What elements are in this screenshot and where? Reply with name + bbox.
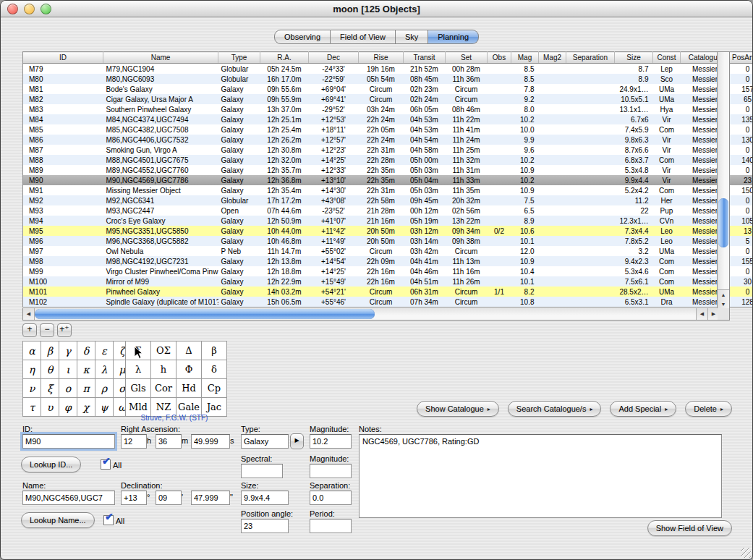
cell-size[interactable]: 12.3x1… xyxy=(615,216,653,226)
cell-name[interactable]: M90,NGC4569,UGC7786 xyxy=(103,175,218,185)
cell-mag[interactable]: 8.5 xyxy=(511,74,539,84)
cell-obs[interactable] xyxy=(488,266,511,276)
cell-separation[interactable] xyxy=(566,287,615,297)
catalog-code-cell[interactable]: δ xyxy=(202,360,227,379)
cell-size[interactable]: 28.5x2… xyxy=(615,287,653,297)
resize-grip[interactable] xyxy=(741,548,751,558)
column-header-separation[interactable]: Separation xyxy=(566,52,615,64)
cell-rise[interactable]: 05h 54m xyxy=(359,74,404,84)
cell-mag2[interactable] xyxy=(539,256,566,266)
cell-separation[interactable] xyxy=(566,124,615,135)
cell-obs[interactable] xyxy=(488,104,511,114)
cell-type[interactable]: Galaxy xyxy=(218,297,260,307)
cell-size[interactable]: 5.2x4.2 xyxy=(615,185,653,195)
cell-obs[interactable] xyxy=(488,216,511,226)
cell-type[interactable]: Galaxy xyxy=(218,94,260,104)
cell-obs[interactable]: 0/2 xyxy=(488,226,511,236)
cell-obs[interactable] xyxy=(488,114,511,124)
cell-mag2[interactable] xyxy=(539,266,566,276)
cell-id[interactable]: M90 xyxy=(23,175,103,185)
cell-ra[interactable]: 12h 35.7m xyxy=(260,165,309,175)
cell-name[interactable]: Cigar Galaxy, Ursa Major A xyxy=(103,94,218,104)
cell-rise[interactable]: 22h 35m xyxy=(359,165,404,175)
position-angle-input[interactable] xyxy=(241,519,289,533)
table-row[interactable]: M81Bode's GalaxyGalaxy09h 55.6m+69°04'Ci… xyxy=(23,84,753,94)
cell-dec[interactable]: +14°25' xyxy=(309,155,359,165)
cell-obs[interactable] xyxy=(488,135,511,145)
cell-obs[interactable] xyxy=(488,84,511,94)
cell-type[interactable]: Galaxy xyxy=(218,256,260,266)
cell-dec[interactable]: +55°02' xyxy=(309,246,359,256)
cell-separation[interactable] xyxy=(566,195,615,205)
cell-posangle[interactable]: 105 xyxy=(730,216,753,226)
cell-ra[interactable]: 12h 26.2m xyxy=(260,135,309,145)
cell-set[interactable]: Circum xyxy=(446,287,488,297)
table-row[interactable]: M90M90,NGC4569,UGC7786Galaxy12h 36.8m+13… xyxy=(23,175,753,185)
cell-name[interactable]: Bode's Galaxy xyxy=(103,84,218,94)
cell-id[interactable]: M83 xyxy=(23,104,103,114)
cell-rise[interactable]: 21h 16m xyxy=(359,216,404,226)
cell-rise[interactable]: 22h 24m xyxy=(359,114,404,124)
cell-type[interactable]: Galaxy xyxy=(218,216,260,226)
close-window-icon[interactable] xyxy=(7,4,18,14)
cell-const[interactable]: Com xyxy=(653,256,681,266)
cell-transit[interactable]: 04h 46m xyxy=(404,266,446,276)
all-names-checkbox[interactable]: ✔ xyxy=(103,515,114,525)
add-multiple-button[interactable]: +⁺ xyxy=(57,323,72,337)
cell-separation[interactable] xyxy=(566,297,615,307)
cell-mag2[interactable] xyxy=(539,155,566,165)
scroll-up-icon[interactable]: ▲ xyxy=(721,292,726,297)
cell-size[interactable]: 3.2 xyxy=(615,246,653,256)
cell-rise[interactable]: Circum xyxy=(359,94,404,104)
table-row[interactable]: M92M92,NGC6341Globular17h 17.2m+43°08'22… xyxy=(23,195,753,205)
catalog-code-cell[interactable]: Σ xyxy=(126,341,151,360)
cell-name[interactable]: M95,NGC3351,UGC5850 xyxy=(103,226,218,236)
cell-dec[interactable]: +11°42' xyxy=(309,226,359,236)
catalog-code-cell[interactable]: h xyxy=(151,360,176,379)
cell-obs[interactable] xyxy=(488,297,511,307)
cell-obs[interactable] xyxy=(488,124,511,135)
cell-ra[interactable]: 13h 37.0m xyxy=(260,104,309,114)
cell-const[interactable]: Her xyxy=(653,195,681,205)
cell-transit[interactable]: 08h 45m xyxy=(404,74,446,84)
cell-transit[interactable]: 04h 53m xyxy=(404,124,446,135)
cell-rise[interactable]: 22h 35m xyxy=(359,175,404,185)
cell-rise[interactable]: 20h 50m xyxy=(359,226,404,236)
cell-name[interactable]: M86,NGC4406,UGC7532 xyxy=(103,135,218,145)
cell-set[interactable]: 11h 16m xyxy=(446,266,488,276)
cell-const[interactable]: UMa xyxy=(653,84,681,94)
cell-separation[interactable] xyxy=(566,256,615,266)
cell-mag2[interactable] xyxy=(539,124,566,135)
greek-letter-cell[interactable]: θ xyxy=(41,360,59,379)
cell-dec[interactable]: +12°53' xyxy=(309,114,359,124)
cell-transit[interactable]: 05h 03m xyxy=(404,165,446,175)
greek-letter-cell[interactable]: ο xyxy=(59,379,77,398)
cell-name[interactable]: M85,NGC4382,UGC7508 xyxy=(103,124,218,135)
cell-set[interactable]: 02h 56m xyxy=(446,205,488,216)
cell-dec[interactable]: -24°33' xyxy=(309,64,359,75)
dec-minutes-input[interactable] xyxy=(156,491,182,505)
cell-id[interactable]: M85 xyxy=(23,124,103,135)
cell-dec[interactable]: +18°11' xyxy=(309,124,359,135)
dec-seconds-input[interactable] xyxy=(191,491,230,505)
cell-dec[interactable]: +54°21' xyxy=(309,287,359,297)
catalog-code-cell[interactable]: λ xyxy=(126,360,151,379)
cell-mag[interactable]: 9.6 xyxy=(511,145,539,155)
cell-set[interactable]: Circum xyxy=(446,94,488,104)
cell-id[interactable]: M94 xyxy=(23,216,103,226)
add-row-button[interactable]: + xyxy=(22,323,37,337)
cell-type[interactable]: Galaxy xyxy=(218,135,260,145)
cell-name[interactable]: M98,NGC4192,UGC7231 xyxy=(103,256,218,266)
cell-const[interactable]: Hya xyxy=(653,104,681,114)
cell-type[interactable]: Globular xyxy=(218,74,260,84)
column-header-ra[interactable]: R.A. xyxy=(260,52,309,64)
table-row[interactable]: M95M95,NGC3351,UGC5850Galaxy10h 44.0m+11… xyxy=(23,226,753,236)
cell-mag2[interactable] xyxy=(539,64,566,75)
table-row[interactable]: M100Mirror of M99Galaxy12h 22.9m+15°49'2… xyxy=(23,276,753,287)
cell-posangle[interactable]: 23 xyxy=(730,175,753,185)
cell-dec[interactable]: -23°52' xyxy=(309,205,359,216)
cell-posangle[interactable]: 128 xyxy=(730,297,753,307)
cell-type[interactable]: Galaxy xyxy=(218,165,260,175)
cell-obs[interactable] xyxy=(488,175,511,185)
catalog-code-cell[interactable]: Cp xyxy=(202,379,227,398)
